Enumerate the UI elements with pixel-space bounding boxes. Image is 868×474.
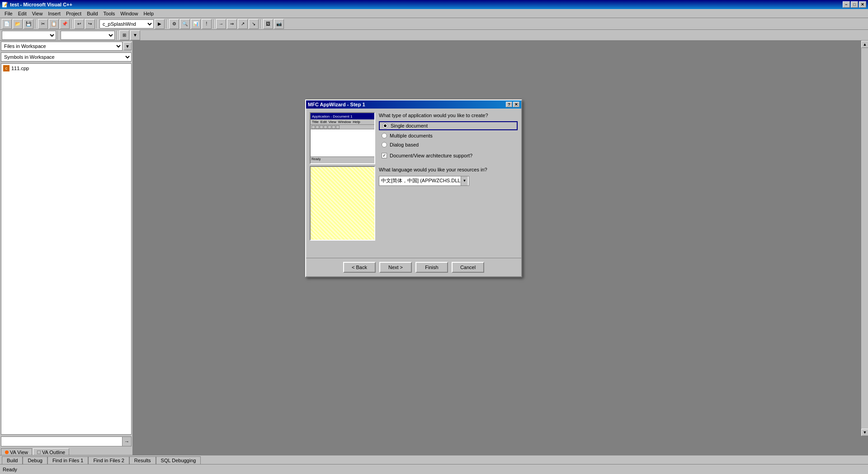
docview-checkbox-btn[interactable] xyxy=(382,153,387,158)
toolbar-btn-d[interactable]: ! xyxy=(202,19,212,29)
menu-project[interactable]: Project xyxy=(63,10,84,17)
language-section: What language would you like your resour… xyxy=(379,166,518,185)
context-dropdown[interactable] xyxy=(2,31,56,40)
toolbar-btn-e[interactable]: → xyxy=(216,19,226,29)
debug-tab[interactable]: Debug xyxy=(23,456,47,464)
minimize-button[interactable]: − xyxy=(843,1,850,8)
method-dropdown[interactable] xyxy=(61,31,115,40)
toolbar-copy-btn[interactable]: 📋 xyxy=(49,19,59,29)
va-view-label: VA View xyxy=(10,450,28,455)
results-tab[interactable]: Results xyxy=(129,456,156,464)
menu-tools[interactable]: Tools xyxy=(101,10,118,17)
right-scrollbar: ▲ ▼ xyxy=(861,41,868,436)
dialog-help-btn[interactable]: ? xyxy=(506,102,512,107)
dialog-right: What type of application would you like … xyxy=(379,112,518,254)
close-button[interactable]: ✕ xyxy=(859,1,866,8)
toolbar-btn-j[interactable]: 📷 xyxy=(274,19,284,29)
dialog-close-btn[interactable]: ✕ xyxy=(513,102,519,107)
toolbar-btn-b[interactable]: 🔍 xyxy=(180,19,190,29)
language-dropdown[interactable]: 中文[简体，中国] (APPWZCHS.DLL) ▼ xyxy=(379,176,469,186)
cancel-button[interactable]: Cancel xyxy=(452,262,484,273)
dialog-yellow-pattern xyxy=(310,166,375,241)
toolbar-open-btn[interactable]: 📂 xyxy=(13,19,23,29)
app-type-radio-group: Single document Multiple documents Dialo… xyxy=(379,121,518,148)
preview-status: Ready xyxy=(311,156,374,161)
title-bar: 📝 test - Microsoft Visual C++ − □ ✕ xyxy=(0,0,868,9)
next-button[interactable]: Next > xyxy=(379,262,412,273)
radio-single-document[interactable]: Single document xyxy=(379,121,518,130)
menu-help[interactable]: Help xyxy=(141,10,156,17)
menu-view[interactable]: View xyxy=(29,10,46,17)
toolbar2-btn-b[interactable]: ▼ xyxy=(130,30,140,40)
ptb-7 xyxy=(336,125,340,129)
radio-multiple-label: Multiple documents xyxy=(390,133,433,138)
restore-button[interactable]: □ xyxy=(851,1,858,8)
toolbar-btn-a[interactable]: ⚙ xyxy=(169,19,179,29)
toolbar2-btn-a[interactable]: ⊞ xyxy=(119,30,129,40)
va-outline-dot xyxy=(37,450,41,454)
file-list: c 111.cpp xyxy=(1,63,132,435)
toolbar-go-btn[interactable]: ▶ xyxy=(155,19,165,29)
scroll-down-btn[interactable]: ▼ xyxy=(861,429,868,436)
radio-dialog-based[interactable]: Dialog based xyxy=(379,141,518,148)
toolbar-sep-6 xyxy=(260,19,261,28)
toolbar-undo-btn[interactable]: ↩ xyxy=(74,19,84,29)
find-in-files-2-tab[interactable]: Find in Files 2 xyxy=(88,456,129,464)
build-tab[interactable]: Build xyxy=(2,456,23,464)
dialog-title: MFC AppWizard - Step 1 xyxy=(308,102,365,107)
finish-button[interactable]: Finish xyxy=(415,262,448,273)
symbols-dropdown[interactable]: Symbols in Workspace xyxy=(1,52,132,62)
app-icon: 📝 xyxy=(2,2,8,8)
radio-dialog-btn[interactable] xyxy=(382,142,387,147)
menu-edit[interactable]: Edit xyxy=(15,10,29,17)
language-question: What language would you like your resour… xyxy=(379,166,518,173)
language-dropdown-arrow[interactable]: ▼ xyxy=(461,176,468,185)
toolbar-btn-c[interactable]: 📊 xyxy=(191,19,201,29)
toolbar-sep-5 xyxy=(213,19,214,28)
files-dropdown[interactable]: Files in Workspace xyxy=(1,42,123,51)
menu-file[interactable]: File xyxy=(2,10,15,17)
bottom-tabs: Build Debug Find in Files 1 Find in File… xyxy=(0,455,868,464)
search-button[interactable]: → xyxy=(122,437,131,446)
toolbar-new-btn[interactable]: 📄 xyxy=(2,19,12,29)
toolbar-sep-1 xyxy=(35,19,36,28)
radio-single-btn[interactable] xyxy=(382,123,388,128)
back-button[interactable]: < Back xyxy=(343,262,376,273)
preview-status-text: Ready xyxy=(311,157,321,161)
dialog-title-bar: MFC AppWizard - Step 1 ? ✕ xyxy=(306,100,521,109)
menu-build[interactable]: Build xyxy=(84,10,100,17)
panel-expand-btn[interactable]: ▼ xyxy=(123,42,132,50)
sql-debugging-tab[interactable]: SQL Debugging xyxy=(156,456,201,464)
list-item[interactable]: c 111.cpp xyxy=(2,65,130,72)
menu-insert[interactable]: Insert xyxy=(45,10,63,17)
docview-checkbox-option[interactable]: Document/View architecture support? xyxy=(379,152,518,159)
scroll-up-btn[interactable]: ▲ xyxy=(861,41,868,48)
class-dropdown[interactable]: c_pSplashWnd xyxy=(99,19,154,28)
toolbar-btn-i[interactable]: 🖼 xyxy=(263,19,273,29)
preview-menubar: Title Edit View Window Help xyxy=(311,119,374,125)
ptb-2 xyxy=(316,125,319,129)
dialog-title-buttons: ? ✕ xyxy=(506,102,519,107)
va-outline-label: VA Outline xyxy=(42,450,65,455)
toolbar-sep-4 xyxy=(166,19,167,28)
toolbar-cut-btn[interactable]: ✂ xyxy=(38,19,48,29)
preview-titlebar: Application - Document 1 xyxy=(311,113,374,119)
toolbar-save-btn[interactable]: 💾 xyxy=(24,19,33,29)
dialog-left: Application - Document 1 Title Edit View… xyxy=(310,112,375,254)
toolbar-paste-btn[interactable]: 📌 xyxy=(60,19,70,29)
preview-menu-edit: Edit xyxy=(321,120,327,124)
toolbar-btn-h[interactable]: ↘ xyxy=(249,19,259,29)
radio-multiple-btn[interactable] xyxy=(382,133,387,138)
title-bar-buttons: − □ ✕ xyxy=(843,1,866,8)
content-area: ▲ ▼ MFC AppWizard - Step 1 ? ✕ xyxy=(133,41,868,456)
search-input[interactable] xyxy=(1,437,122,446)
status-text: Ready xyxy=(3,467,17,472)
radio-multiple-documents[interactable]: Multiple documents xyxy=(379,132,518,139)
menu-window[interactable]: Window xyxy=(118,10,141,17)
toolbar-btn-g[interactable]: ↗ xyxy=(238,19,248,29)
toolbar-row-2: ⊞ ▼ xyxy=(0,30,868,41)
preview-toolbar xyxy=(311,125,374,129)
find-in-files-1-tab[interactable]: Find in Files 1 xyxy=(47,456,88,464)
toolbar-btn-f[interactable]: ⇒ xyxy=(227,19,237,29)
toolbar-redo-btn[interactable]: ↪ xyxy=(85,19,95,29)
